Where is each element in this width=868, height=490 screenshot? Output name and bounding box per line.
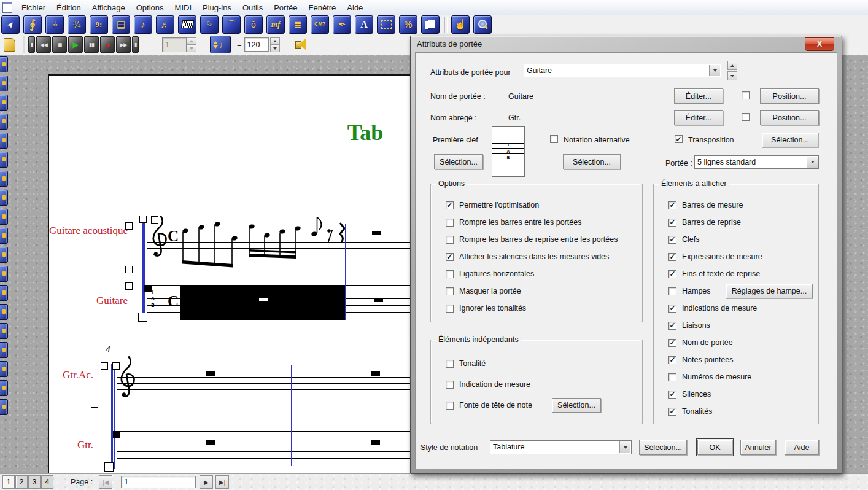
text-tool[interactable]: A	[355, 15, 373, 34]
speaker-icon[interactable]	[293, 36, 312, 53]
hyperscribe-tool[interactable]	[178, 15, 196, 34]
system1-group-bracket[interactable]	[142, 222, 145, 321]
stop-button[interactable]: ■	[52, 36, 67, 53]
option-checkbox-6[interactable]	[446, 305, 454, 313]
menu-item[interactable]: Affichage	[87, 2, 131, 14]
display-checkbox-7[interactable]: ✓	[668, 322, 676, 330]
display-checkbox-10[interactable]	[668, 373, 676, 381]
name-position-checkbox[interactable]	[742, 91, 750, 99]
display-checkbox-3[interactable]: ✓	[668, 253, 676, 261]
page-layout-tool[interactable]	[421, 15, 440, 34]
special-tools[interactable]: ✒	[333, 15, 351, 34]
pause-button[interactable]: ▮▮	[84, 36, 99, 53]
option-checkbox-0[interactable]: ✓	[446, 201, 454, 209]
menu-item[interactable]: Aide	[341, 2, 368, 14]
name-position-button[interactable]: Position...	[760, 88, 819, 104]
transposition-checkbox[interactable]: ✓	[675, 135, 683, 143]
notehead-font-selection-button[interactable]: Sélection...	[552, 398, 601, 413]
dropdown-arrow-icon[interactable]	[807, 157, 818, 168]
staff-handle[interactable]	[91, 407, 98, 414]
tempo-spin-up-button[interactable]	[270, 37, 280, 45]
staff-handle[interactable]	[139, 216, 147, 223]
option-checkbox-2[interactable]	[446, 236, 454, 244]
independent-checkbox-2[interactable]	[446, 402, 454, 410]
menu-item[interactable]: Plug-ins	[197, 2, 237, 14]
palette-tool-button[interactable]	[0, 209, 8, 225]
document-page-icon[interactable]	[1, 37, 18, 53]
staff-handle[interactable]	[125, 266, 133, 273]
display-checkbox-5[interactable]	[668, 287, 676, 295]
playback-end-marker[interactable]: ▮	[132, 36, 139, 53]
layer-button-2[interactable]: 2	[15, 475, 28, 489]
alternate-notation-checkbox[interactable]	[550, 135, 558, 143]
edit-abbreviation-button[interactable]: Éditer...	[674, 110, 723, 125]
selected-region-highlight[interactable]	[180, 285, 345, 320]
menu-item[interactable]: Portée	[268, 2, 303, 14]
first-clef-preview[interactable]: TAB	[492, 126, 525, 177]
staff-handle-selected[interactable]	[144, 285, 152, 292]
rewind-button[interactable]: ◀◀	[36, 36, 51, 53]
display-checkbox-2[interactable]: ✓	[668, 236, 676, 244]
menu-item[interactable]: Fenêtre	[303, 2, 342, 14]
option-checkbox-3[interactable]: ✓	[446, 253, 454, 261]
palette-tool-button[interactable]	[0, 95, 8, 111]
first-clef-selection-button[interactable]: Sélection...	[434, 154, 483, 169]
system2-group-bracket[interactable]	[111, 364, 115, 469]
dropdown-arrow-icon[interactable]	[709, 65, 720, 76]
hand-grabber-tool[interactable]: ☝	[451, 15, 470, 34]
menu-item[interactable]: Outils	[237, 2, 268, 14]
palette-tool-button[interactable]	[0, 342, 8, 358]
palette-tool-button[interactable]	[0, 76, 8, 91]
display-checkbox-4[interactable]: ✓	[668, 270, 676, 278]
edit-name-button[interactable]: Éditer...	[674, 88, 723, 104]
staff-handle[interactable]	[112, 362, 120, 370]
palette-tool-button[interactable]	[0, 266, 8, 282]
staff-handle[interactable]	[104, 462, 114, 472]
time-signature-tool[interactable]: ¾	[68, 15, 86, 34]
palette-tool-button[interactable]	[0, 247, 8, 263]
menu-item[interactable]: Fichier	[16, 2, 51, 14]
tempo-button[interactable]: ♩	[210, 36, 231, 53]
layer-button-3[interactable]: 3	[28, 475, 41, 489]
zoom-tool[interactable]	[473, 15, 492, 34]
notation-style-combobox[interactable]: Tablature	[490, 440, 632, 454]
ok-button[interactable]: OK	[697, 440, 732, 455]
staff-handle[interactable]	[125, 222, 133, 230]
note-entry-tool[interactable]: ♪	[134, 15, 152, 34]
key-signature-tool[interactable]: ♭♭	[45, 15, 64, 34]
staff-handle[interactable]	[138, 313, 147, 322]
tempo-spin-down-button[interactable]	[270, 45, 280, 52]
option-checkbox-5[interactable]	[446, 287, 454, 295]
palette-tool-button[interactable]	[0, 380, 8, 396]
display-checkbox-1[interactable]: ✓	[668, 219, 676, 227]
abbreviation-position-checkbox[interactable]	[742, 113, 750, 121]
layer-button-1[interactable]: 1	[2, 475, 15, 489]
staff-label-guitare-acoustique[interactable]: Guitare acoustique	[34, 225, 128, 237]
transposition-selection-button[interactable]: Sélection...	[762, 133, 818, 147]
layer-button-4[interactable]: 4	[41, 475, 53, 489]
palette-tool-button[interactable]	[0, 399, 8, 415]
close-button[interactable]: X	[805, 37, 834, 51]
articulation-tool[interactable]: ŏ	[244, 15, 263, 34]
expression-tool[interactable]: mf	[266, 15, 285, 34]
next-page-button[interactable]: ▶	[200, 475, 213, 489]
independent-checkbox-1[interactable]	[446, 381, 454, 389]
measure-spin-down-button[interactable]	[187, 45, 196, 52]
chord-tool[interactable]: CM7	[311, 15, 329, 34]
playback-start-marker[interactable]: ▮	[28, 36, 35, 53]
page-number-input[interactable]	[121, 476, 196, 488]
display-checkbox-11[interactable]: ✓	[668, 391, 676, 399]
clef-tool[interactable]: 9:	[90, 15, 108, 34]
display-checkbox-9[interactable]: ✓	[668, 356, 676, 364]
staff-handle[interactable]	[125, 282, 133, 290]
palette-tool-button[interactable]	[0, 361, 8, 377]
palette-tool-button[interactable]	[0, 304, 8, 320]
staff-tool[interactable]: ≣	[289, 15, 307, 34]
staff-handle-selected[interactable]	[113, 431, 120, 438]
palette-tool-button[interactable]	[0, 171, 8, 187]
fast-forward-button[interactable]: ▶▶	[116, 36, 131, 53]
mirror-tool[interactable]: %	[399, 15, 417, 34]
abbreviation-position-button[interactable]: Position...	[760, 110, 819, 125]
menu-item[interactable]: MIDI	[169, 2, 197, 14]
palette-tool-button[interactable]	[0, 114, 8, 130]
